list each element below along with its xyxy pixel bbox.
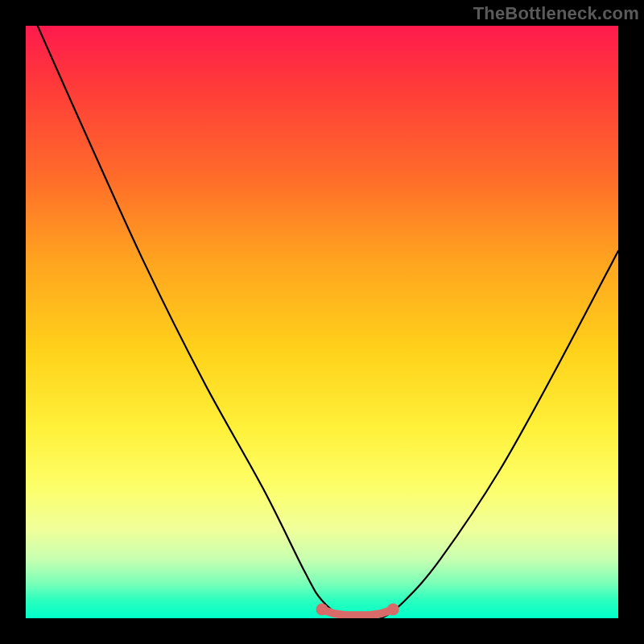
chart-plot-area xyxy=(26,26,618,618)
chart-frame: TheBottleneck.com xyxy=(0,0,644,644)
watermark-label: TheBottleneck.com xyxy=(473,3,639,24)
bottleneck-curve xyxy=(38,26,618,618)
flat-segment-endpoint xyxy=(387,604,399,616)
flat-segment-line xyxy=(322,609,393,615)
flat-segment-endpoint xyxy=(316,604,328,616)
flat-segment-markers xyxy=(316,604,399,616)
chart-svg xyxy=(26,26,618,618)
